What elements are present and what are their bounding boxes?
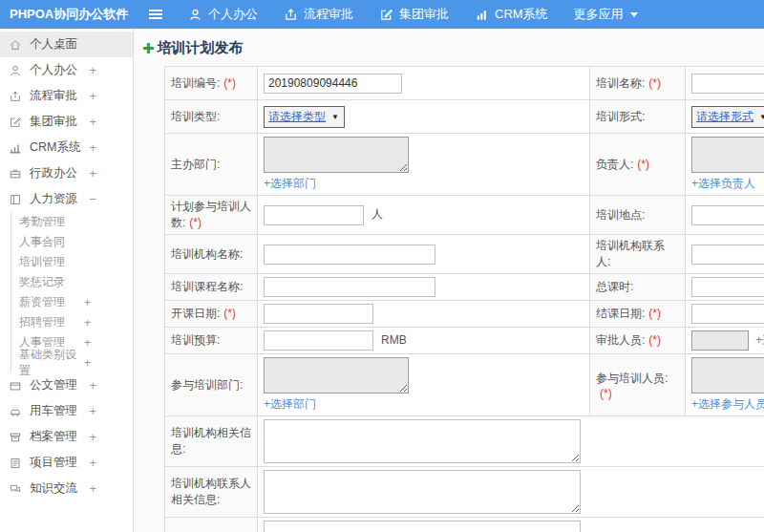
select-approver-link[interactable]: +选择审批人员 bbox=[755, 332, 764, 349]
select-dept-link[interactable]: +选择部门 bbox=[264, 176, 316, 192]
training-form-select[interactable]: 请选择形式▼ bbox=[691, 106, 764, 128]
host-dept-textarea[interactable] bbox=[264, 137, 409, 173]
location-input[interactable] bbox=[691, 205, 764, 225]
field-label: 审批人员: bbox=[596, 333, 645, 347]
field-label: 计划参与培训人数: bbox=[171, 200, 251, 229]
form-row: 培训机构联系人相关信息: bbox=[165, 467, 764, 518]
sidebar-sub-recruitment[interactable]: 招聘管理 + bbox=[11, 312, 133, 332]
form-row: 培训要求: bbox=[165, 518, 764, 532]
budget-input[interactable] bbox=[264, 330, 373, 351]
nav-crm[interactable]: CRM系统 bbox=[475, 6, 548, 23]
expand-icon[interactable]: + bbox=[89, 430, 96, 444]
sidebar-item-group-approval[interactable]: 集团审批 + bbox=[0, 109, 133, 135]
training-type-select[interactable]: 请选择类型▼ bbox=[264, 106, 345, 128]
menu-toggle-icon[interactable] bbox=[149, 10, 162, 19]
expand-icon[interactable]: + bbox=[89, 140, 96, 155]
org-contact-info-textarea[interactable] bbox=[264, 470, 581, 514]
page-title: ✚ 培训计划发布 bbox=[142, 39, 764, 57]
hr-submenu: 考勤管理 人事合同 培训管理 奖惩记录 薪资管理 + 招聘管理 + 人事管理 +… bbox=[11, 212, 133, 372]
expand-icon[interactable]: + bbox=[89, 456, 96, 470]
chat-icon bbox=[9, 482, 22, 496]
expand-icon[interactable]: + bbox=[84, 316, 91, 330]
expand-icon[interactable]: + bbox=[84, 336, 91, 350]
nav-more-apps[interactable]: 更多应用 bbox=[574, 6, 638, 23]
expand-icon[interactable]: + bbox=[89, 166, 96, 181]
collapse-icon[interactable]: − bbox=[89, 192, 96, 206]
expand-icon[interactable]: + bbox=[89, 115, 96, 129]
sidebar-item-label: 行政办公 bbox=[30, 165, 77, 181]
org-info-textarea[interactable] bbox=[264, 419, 581, 463]
expand-icon[interactable]: + bbox=[89, 404, 96, 418]
select-participants-link[interactable]: +选择参与人员 bbox=[691, 396, 764, 413]
field-label: 培训机构联系人相关信息: bbox=[171, 477, 251, 506]
org-name-input[interactable] bbox=[264, 245, 435, 265]
participating-dept-textarea[interactable] bbox=[264, 357, 409, 394]
select-dept-link[interactable]: +选择部门 bbox=[264, 396, 316, 413]
sidebar-item-knowledge[interactable]: 知识交流 + bbox=[0, 476, 133, 501]
training-number-input[interactable] bbox=[264, 74, 402, 94]
notebook-icon bbox=[9, 457, 22, 470]
expand-icon[interactable]: + bbox=[89, 63, 96, 77]
sidebar-item-admin-office[interactable]: 行政办公 + bbox=[0, 160, 133, 186]
sidebar-sub-hr-contract[interactable]: 人事合同 bbox=[11, 232, 133, 252]
folder-icon bbox=[9, 379, 22, 393]
sidebar-sub-base-category[interactable]: 基础类别设置 + bbox=[11, 352, 133, 372]
sidebar-sub-salary[interactable]: 薪资管理 + bbox=[11, 292, 133, 312]
caret-down-icon: ▼ bbox=[759, 113, 764, 121]
sidebar-item-workflow-approval[interactable]: 流程审批 + bbox=[0, 83, 133, 109]
field-label: 主办部门: bbox=[171, 158, 220, 171]
expand-icon[interactable]: + bbox=[84, 356, 91, 370]
expand-icon[interactable]: + bbox=[89, 481, 96, 496]
sidebar-sub-label: 奖惩记录 bbox=[19, 274, 65, 290]
training-requirements-textarea[interactable] bbox=[264, 521, 581, 532]
sidebar-sub-label: 考勤管理 bbox=[19, 214, 65, 230]
training-plan-form: 培训编号:(*) 培训名称:(*) 培训类型: 请选择类型▼ 培训形式: 请选择… bbox=[164, 66, 764, 532]
form-row: 培训机构名称: 培训机构联系人: bbox=[165, 235, 764, 274]
form-row: 培训课程名称: 总课时: bbox=[165, 274, 764, 301]
sidebar-item-crm[interactable]: CRM系统 + bbox=[0, 135, 133, 160]
nav-workflow-approval[interactable]: 流程审批 bbox=[284, 6, 353, 23]
field-label: 总课时: bbox=[596, 280, 633, 293]
field-label: 培训预算: bbox=[171, 333, 220, 347]
field-label: 培训类型: bbox=[171, 110, 220, 123]
sidebar-item-project[interactable]: 项目管理 + bbox=[0, 450, 133, 476]
participants-textarea[interactable] bbox=[691, 357, 764, 394]
leader-textarea[interactable] bbox=[691, 137, 764, 173]
car-icon bbox=[9, 405, 22, 418]
field-label: 参与培训部门: bbox=[171, 378, 243, 392]
approver-input[interactable] bbox=[691, 330, 749, 351]
sidebar-sub-training[interactable]: 培训管理 bbox=[11, 252, 133, 272]
nav-personal-office[interactable]: 个人办公 bbox=[188, 6, 258, 23]
nav-group-approval[interactable]: 集团审批 bbox=[379, 6, 449, 23]
nav-label: 更多应用 bbox=[574, 6, 624, 23]
expand-icon[interactable]: + bbox=[84, 296, 91, 309]
training-name-input[interactable] bbox=[691, 74, 764, 94]
select-leader-link[interactable]: +选择负责人 bbox=[691, 176, 755, 192]
sidebar-item-personal-office[interactable]: 个人办公 + bbox=[0, 57, 133, 83]
sidebar-item-archive[interactable]: 档案管理 + bbox=[0, 424, 133, 450]
sidebar-sub-attendance[interactable]: 考勤管理 bbox=[11, 212, 133, 232]
sidebar-sub-rewards[interactable]: 奖惩记录 bbox=[11, 272, 133, 292]
org-contact-input[interactable] bbox=[691, 245, 764, 265]
field-label: 培训机构名称: bbox=[171, 247, 243, 261]
start-date-input[interactable] bbox=[264, 304, 373, 324]
sidebar-item-label: 用车管理 bbox=[30, 403, 77, 419]
sidebar-item-label: 个人办公 bbox=[30, 62, 77, 78]
required-mark: (*) bbox=[223, 307, 236, 320]
total-hours-input[interactable] bbox=[691, 277, 764, 297]
flow-icon bbox=[9, 90, 22, 103]
home-icon bbox=[9, 38, 22, 52]
expand-icon[interactable]: + bbox=[89, 378, 96, 393]
participant-count-input[interactable] bbox=[264, 205, 364, 225]
sidebar-item-personal-desktop[interactable]: 个人桌面 bbox=[0, 32, 133, 57]
end-date-input[interactable] bbox=[691, 304, 764, 324]
sidebar-item-vehicle[interactable]: 用车管理 + bbox=[0, 398, 133, 424]
expand-icon[interactable]: + bbox=[89, 89, 96, 103]
currency-suffix: RMB bbox=[381, 333, 407, 347]
field-label: 开课日期: bbox=[171, 307, 220, 320]
required-mark: (*) bbox=[600, 387, 612, 400]
field-label: 培训地点: bbox=[596, 208, 645, 222]
nav-label: 集团审批 bbox=[399, 6, 449, 23]
course-name-input[interactable] bbox=[264, 277, 435, 297]
sidebar-item-hr[interactable]: 人力资源 − bbox=[0, 186, 133, 212]
